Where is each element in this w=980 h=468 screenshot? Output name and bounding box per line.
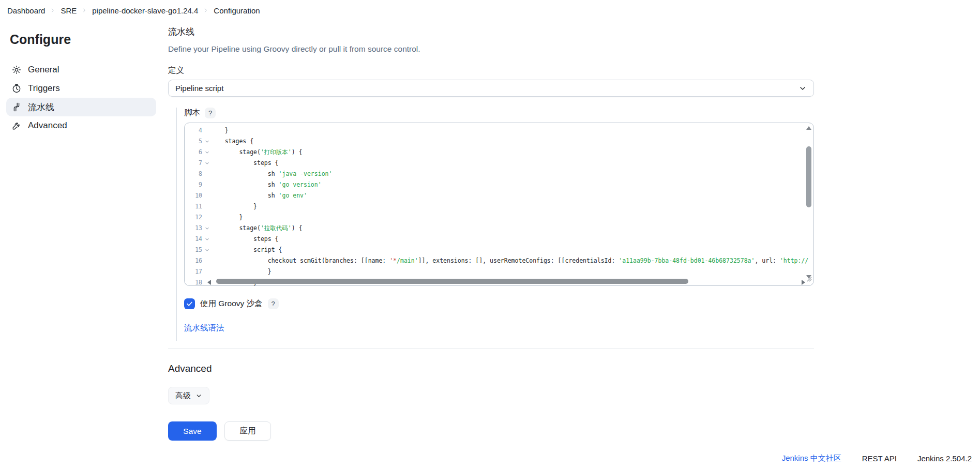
pipeline-syntax-link[interactable]: 流水线语法 (184, 323, 224, 334)
script-section: 脚本 ? 4 }5 stages {6 stage('打印版本') {7 ste… (176, 108, 814, 341)
line-number: 16 (185, 255, 203, 266)
code-text: } (210, 212, 813, 223)
fold-arrow-icon[interactable] (203, 223, 210, 234)
wrench-icon (11, 120, 22, 131)
line-number: 6 (185, 147, 203, 158)
editor-horizontal-scrollbar (212, 279, 805, 284)
scroll-up-arrow[interactable] (806, 126, 811, 130)
apply-button[interactable]: 应用 (224, 421, 271, 441)
code-text: } (210, 201, 813, 212)
sidebar-item-triggers[interactable]: Triggers (6, 79, 156, 98)
page-title: Configure (10, 32, 160, 47)
fold-arrow-icon[interactable] (203, 136, 210, 147)
code-text: sh 'java -version' (210, 169, 813, 179)
editor-line: 10 sh 'go env' (185, 190, 813, 201)
fold-gutter (203, 201, 210, 212)
definition-select-value: Pipeline script (175, 84, 223, 93)
line-number: 8 (185, 169, 203, 179)
breadcrumb-item[interactable]: Dashboard (7, 6, 45, 15)
editor-line: 15 script { (185, 245, 813, 255)
chevron-down-icon (798, 84, 807, 93)
editor-line: 12 } (185, 212, 813, 223)
code-text: checkout scmGit(branches: [[name: '*/mai… (210, 255, 813, 266)
editor-resize-handle[interactable] (807, 275, 812, 284)
breadcrumb-item[interactable]: Configuration (214, 6, 260, 15)
editor-line: 16 checkout scmGit(branches: [[name: '*/… (185, 255, 813, 266)
pipeline-section-title: 流水线 (168, 26, 814, 38)
fold-gutter (203, 169, 210, 179)
scroll-right-arrow[interactable] (802, 280, 805, 285)
sidebar-item-label: 流水线 (28, 101, 54, 113)
groovy-sandbox-label: 使用 Groovy 沙盒 (200, 298, 263, 309)
line-number: 7 (185, 158, 203, 169)
line-number: 15 (185, 245, 203, 255)
fold-gutter (203, 266, 210, 277)
save-button[interactable]: Save (168, 421, 217, 441)
editor-vertical-scrollbar (806, 125, 812, 279)
line-number: 14 (185, 234, 203, 245)
check-icon (186, 300, 193, 307)
code-text: } (210, 125, 813, 136)
advanced-section-title: Advanced (168, 363, 814, 374)
rest-api-link[interactable]: REST API (862, 454, 897, 463)
sidebar: Configure GeneralTriggers流水线Advanced (0, 21, 160, 135)
code-text: stages { (210, 136, 813, 147)
main-content: 流水线 Define your Pipeline using Groovy di… (168, 21, 814, 441)
fold-arrow-icon[interactable] (203, 158, 210, 169)
line-number: 10 (185, 190, 203, 201)
sidebar-item-general[interactable]: General (6, 61, 156, 79)
sandbox-help-button[interactable]: ? (268, 298, 279, 309)
definition-select[interactable]: Pipeline script (168, 80, 814, 97)
fold-gutter (203, 179, 210, 190)
chevron-down-icon (195, 392, 202, 399)
scroll-left-arrow[interactable] (207, 280, 211, 285)
sidebar-item-label: Advanced (28, 120, 67, 131)
code-text: steps { (210, 158, 813, 169)
script-help-button[interactable]: ? (205, 108, 216, 118)
code-text: script { (210, 245, 813, 255)
sidebar-item-label: Triggers (28, 83, 60, 94)
footer: Jenkins 中文社区REST APIJenkins 2.504.2 (782, 454, 972, 463)
editor-line: 13 stage('拉取代码') { (185, 223, 813, 234)
editor-line: 4 } (185, 125, 813, 136)
sidebar-item-advanced[interactable]: Advanced (6, 116, 156, 135)
jenkins-version-label: Jenkins 2.504.2 (917, 454, 972, 463)
editor-line: 5 stages { (185, 136, 813, 147)
editor-line: 14 steps { (185, 234, 813, 245)
script-label: 脚本 (184, 108, 200, 118)
pipeline-description: Define your Pipeline using Groovy direct… (168, 44, 814, 54)
gear-icon (11, 65, 22, 75)
section-divider (168, 348, 814, 349)
advanced-toggle-button[interactable]: 高级 (168, 387, 209, 404)
code-text: steps { (210, 234, 813, 245)
code-text: } (210, 266, 813, 277)
line-number: 5 (185, 136, 203, 147)
groovy-sandbox-checkbox[interactable] (184, 298, 195, 309)
sidebar-item-流水线[interactable]: 流水线 (6, 98, 156, 116)
fold-arrow-icon[interactable] (203, 147, 210, 158)
line-number: 12 (185, 212, 203, 223)
editor-line: 17 } (185, 266, 813, 277)
code-text: stage('打印版本') { (210, 147, 813, 158)
fold-arrow-icon[interactable] (203, 234, 210, 245)
horizontal-scroll-thumb[interactable] (216, 279, 688, 284)
breadcrumb-item[interactable]: pipeline-docker-slave-go1.24.4 (92, 6, 198, 15)
definition-label: 定义 (168, 65, 814, 76)
fold-gutter (203, 212, 210, 223)
vertical-scroll-thumb[interactable] (806, 146, 811, 207)
editor-line: 6 stage('打印版本') { (185, 147, 813, 158)
editor-line: 7 steps { (185, 158, 813, 169)
pipeline-script-editor[interactable]: 4 }5 stages {6 stage('打印版本') {7 steps {8… (184, 123, 814, 286)
fold-gutter (203, 190, 210, 201)
editor-line: 11 } (185, 201, 813, 212)
editor-line: 9 sh 'go version' (185, 179, 813, 190)
fold-arrow-icon[interactable] (203, 245, 210, 255)
editor-line: 8 sh 'java -version' (185, 169, 813, 179)
breadcrumb-item[interactable]: SRE (61, 6, 77, 15)
fold-gutter (203, 125, 210, 136)
line-number: 4 (185, 125, 203, 136)
footer-link[interactable]: Jenkins 中文社区 (782, 454, 841, 463)
clock-icon (11, 83, 22, 94)
pipeline-icon (11, 102, 22, 112)
line-number: 11 (185, 201, 203, 212)
